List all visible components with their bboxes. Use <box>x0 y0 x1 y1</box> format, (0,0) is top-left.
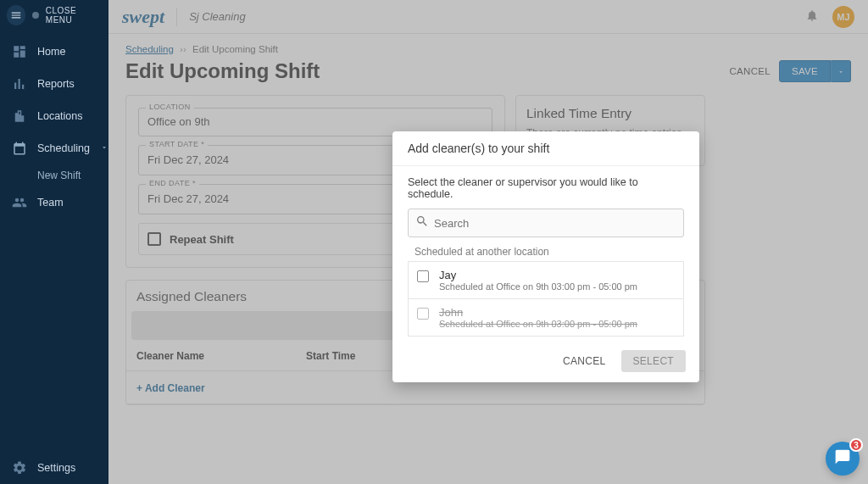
chat-badge: 3 <box>849 438 863 452</box>
option-sub: Scheduled at Office on 9th 03:00 pm - 05… <box>439 319 637 329</box>
home-icon <box>12 44 27 59</box>
gear-icon <box>12 460 27 476</box>
option-checkbox <box>417 308 429 320</box>
sidebar-item-label: Scheduling <box>37 142 90 154</box>
modal-title: Add cleaner(s) to your shift <box>392 131 699 166</box>
search-input[interactable] <box>408 209 684 237</box>
sidebar-item-label: Settings <box>37 462 75 474</box>
main: swept Sj Cleaning MJ Scheduling ›› Edit … <box>108 0 868 484</box>
sidebar-sub-new-shift[interactable]: New Shift <box>0 164 108 186</box>
cleaner-option[interactable]: Jay Scheduled at Office on 9th 03:00 pm … <box>408 261 684 299</box>
team-icon <box>12 195 27 210</box>
calendar-icon <box>12 141 27 156</box>
modal-select-button: SELECT <box>621 350 686 372</box>
reports-icon <box>12 76 27 92</box>
option-sub: Scheduled at Office on 9th 03:00 pm - 05… <box>439 281 637 292</box>
sidebar-item-reports[interactable]: Reports <box>0 68 108 100</box>
search-icon <box>415 214 429 231</box>
modal-intro: Select the cleaner or supervisor you wou… <box>408 176 684 200</box>
sidebar-item-locations[interactable]: Locations <box>0 100 108 132</box>
close-menu[interactable]: CLOSE MENU <box>0 0 108 31</box>
sidebar-item-home[interactable]: Home <box>0 36 108 68</box>
sidebar-item-label: Home <box>37 46 65 58</box>
option-name: Jay <box>439 269 637 281</box>
status-dot-icon <box>32 12 38 19</box>
option-name: John <box>439 306 637 319</box>
sidebar-item-label: Team <box>37 197 64 209</box>
hamburger-icon <box>7 5 25 25</box>
sidebar: CLOSE MENU Home Reports Locations Schedu… <box>0 0 108 484</box>
add-cleaner-modal: Add cleaner(s) to your shift Select the … <box>392 131 699 382</box>
sidebar-item-team[interactable]: Team <box>0 186 108 219</box>
sidebar-item-label: Locations <box>37 110 83 122</box>
sidebar-item-label: Reports <box>37 78 75 90</box>
option-checkbox[interactable] <box>417 270 429 282</box>
chat-bubble[interactable]: 3 <box>826 442 860 476</box>
locations-icon <box>12 108 27 124</box>
cleaner-option: John Scheduled at Office on 9th 03:00 pm… <box>408 299 684 337</box>
modal-cancel-button[interactable]: CANCEL <box>556 350 612 372</box>
chat-icon <box>834 448 851 469</box>
chevron-down-icon <box>100 142 108 154</box>
modal-section-label: Scheduled at another location <box>415 246 684 258</box>
sidebar-item-settings[interactable]: Settings <box>0 452 108 484</box>
sidebar-item-scheduling[interactable]: Scheduling <box>0 132 108 164</box>
search-field[interactable] <box>429 217 676 230</box>
close-menu-label: CLOSE MENU <box>46 6 102 25</box>
